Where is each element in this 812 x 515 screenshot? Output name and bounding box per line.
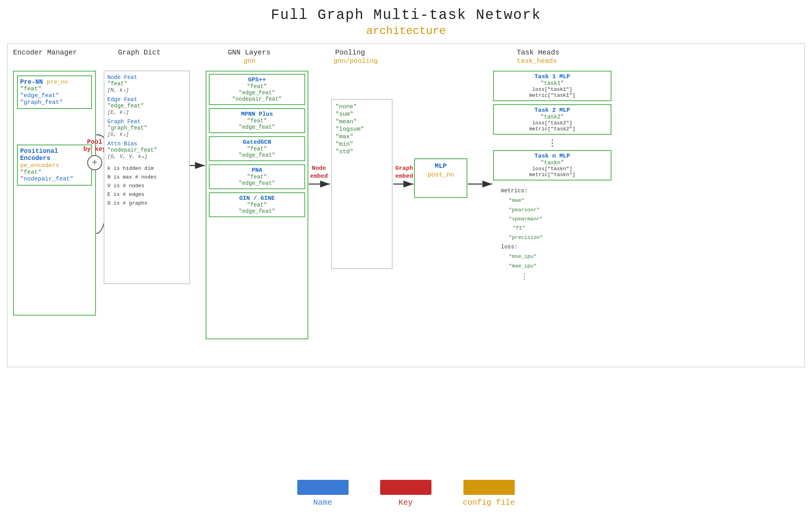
mpnn-feat2: "edge_feat" <box>212 124 302 130</box>
gin-feat1: "feat" <box>212 202 302 208</box>
legend-config-label: config file <box>463 498 515 507</box>
pool-sum: "sum" <box>336 111 388 118</box>
pooling-sublabel: gnn/pooling <box>334 57 378 65</box>
pna-feat1: "feat" <box>212 174 302 180</box>
graph-embed-label: Graphembed <box>394 165 414 180</box>
gps-feat1: "feat" <box>212 83 302 90</box>
attn-bias-key: "nodepair_feat" <box>107 147 186 153</box>
pool-text1: Pool <box>83 139 106 146</box>
metrics-dots: ⋮ <box>501 273 528 281</box>
positional-box: Positional Encoders pe_encoders "feat" "… <box>17 145 92 186</box>
loss-mae-ipu: "mae_ipu" <box>501 263 536 269</box>
gnn-layers-sublabel: gnn <box>244 57 256 65</box>
edge-feat-dim: [E, k₂] <box>107 109 186 115</box>
pre-nn-feat2: "edge_feat" <box>20 92 89 99</box>
gatedgcn-name: GatedGCN <box>212 139 302 146</box>
metric-precision: "precision" <box>501 235 543 241</box>
task1-loss: loss["task1"] <box>497 86 608 92</box>
pool-max: "max" <box>336 133 388 140</box>
taskn-key: "taskn" <box>497 160 608 166</box>
gatedgcn-block: GatedGCN "feat" "edge_feat" <box>209 136 305 161</box>
legend-config-item: config file <box>463 480 515 507</box>
pool-logsum: "logsum" <box>336 126 388 133</box>
pool-min: "min" <box>336 141 388 148</box>
graph-feat-section: Graph Feat "graph_feat" [G, k₃] <box>107 118 186 137</box>
attn-bias-section: Attn Bias "nodepair_feat" [G, V, V, k₄] <box>107 141 186 160</box>
encoder-manager-label: Encoder Manager <box>13 49 77 56</box>
metrics-section: metrics: "mae" "pearsonr" "spearmanr" "f… <box>493 186 611 284</box>
positional-key: pe_encoders <box>20 162 59 169</box>
legend-key-rect <box>380 480 431 495</box>
node-feat-section: Node Feat "feat" [N, k₁] <box>107 74 186 93</box>
task2-box: Task 2 MLP "task2" loss["task2"] metric[… <box>493 104 611 135</box>
positional-name: Positional <box>20 148 58 155</box>
pre-nn-feat3: "graph_feat" <box>20 99 89 106</box>
legend-name-label: Name <box>313 498 332 507</box>
task2-loss: loss["task2"] <box>497 120 608 126</box>
edge-feat-section: Edge Feat "edge_feat" [E, k₂] <box>107 96 186 115</box>
gps-feat2: "edge_feat" <box>212 90 302 96</box>
task-dots: ⋮ <box>493 138 611 148</box>
pre-nn-feat1: "feat" <box>20 86 89 92</box>
metric-pearsonr: "pearsonr" <box>501 207 540 213</box>
graph-dict-label: Graph Dict <box>118 49 161 56</box>
metrics-label: metrics: <box>501 188 527 194</box>
node-embed-label: Nodeembed <box>309 165 329 180</box>
main-title: Full Graph Multi-task Network <box>0 0 812 23</box>
mpnn-feat1: "feat" <box>212 118 302 124</box>
gin-name: GIN / GINE <box>212 195 302 202</box>
taskn-metric: metric["taskn"] <box>497 172 608 178</box>
pool-mean: "mean" <box>336 118 388 125</box>
pre-nn-box: Pre-NN pre_nn "feat" "edge_feat" "graph_… <box>17 75 92 109</box>
mlp-sublabel: post_nn <box>418 171 463 179</box>
pooling-label: Pooling <box>335 49 365 56</box>
pre-nn-key: pre_nn <box>47 79 68 86</box>
legend-area: Name Key config file <box>297 480 515 507</box>
graph-dict-box: Node Feat "feat" [N, k₁] Edge Feat "edge… <box>104 71 190 284</box>
task-heads-area: Task 1 MLP "task1" loss["task1"] metric[… <box>493 71 611 347</box>
positional-name2: Encoders <box>20 155 51 162</box>
pna-feat2: "edge_feat" <box>212 180 302 186</box>
pre-nn-name: Pre-NN <box>20 79 43 86</box>
diagram-area: Encoder Manager Pre-NN pre_nn "feat" "ed… <box>7 43 805 367</box>
node-feat-label: Node Feat <box>107 74 186 81</box>
positional-feat2: "nodepair_feat" <box>20 176 89 182</box>
pool-none: "none" <box>336 103 388 110</box>
gnn-layers-label: GNN Layers <box>228 49 270 56</box>
task2-name: Task 2 MLP <box>497 107 608 114</box>
mpnn-block: MPNN Plus "feat" "edge_feat" <box>209 108 305 133</box>
edge-feat-label: Edge Feat <box>107 96 186 103</box>
legend-key-label: Key <box>398 498 413 507</box>
attn-bias-dim: [G, V, V, k₄] <box>107 153 186 160</box>
task2-key: "task2" <box>497 114 608 120</box>
taskn-loss: loss["taskn"] <box>497 166 608 172</box>
taskn-name: Task n MLP <box>497 153 608 160</box>
gatedgcn-feat2: "edge_feat" <box>212 152 302 158</box>
pooling-box: "none" "sum" "mean" "logsum" "max" "min"… <box>331 99 392 269</box>
pna-name: PNA <box>212 167 302 174</box>
gatedgcn-feat1: "feat" <box>212 146 302 152</box>
graph-feat-dim: [G, k₃] <box>107 131 186 137</box>
metric-mae: "mae" <box>501 197 524 203</box>
node-feat-key: "feat" <box>107 81 186 87</box>
pool-label: Pool by key + <box>83 139 106 170</box>
metric-f1: "f1" <box>501 225 525 231</box>
task-heads-sublabel: task_heads <box>517 57 557 65</box>
graph-feat-key: "graph_feat" <box>107 125 186 131</box>
pool-text2: by key <box>83 146 106 153</box>
gin-block: GIN / GINE "feat" "edge_feat" <box>209 192 305 217</box>
legend-config-rect <box>463 480 515 495</box>
metric-spearmanr: "spearmanr" <box>501 216 543 222</box>
legend-name-rect <box>297 480 348 495</box>
task1-key: "task1" <box>497 80 608 86</box>
legend-name-item: Name <box>297 480 348 507</box>
subtitle: architecture <box>0 25 812 37</box>
pool-std: "std" <box>336 148 388 155</box>
task1-name: Task 1 MLP <box>497 73 608 80</box>
loss-label: loss: <box>501 244 518 250</box>
mpnn-name: MPNN Plus <box>212 111 302 118</box>
gin-feat2: "edge_feat" <box>212 208 302 214</box>
gps-block: GPS++ "feat" "edge_feat" "nodepair_feat" <box>209 74 305 105</box>
pool-circle: + <box>87 155 102 170</box>
gps-name: GPS++ <box>212 77 302 83</box>
